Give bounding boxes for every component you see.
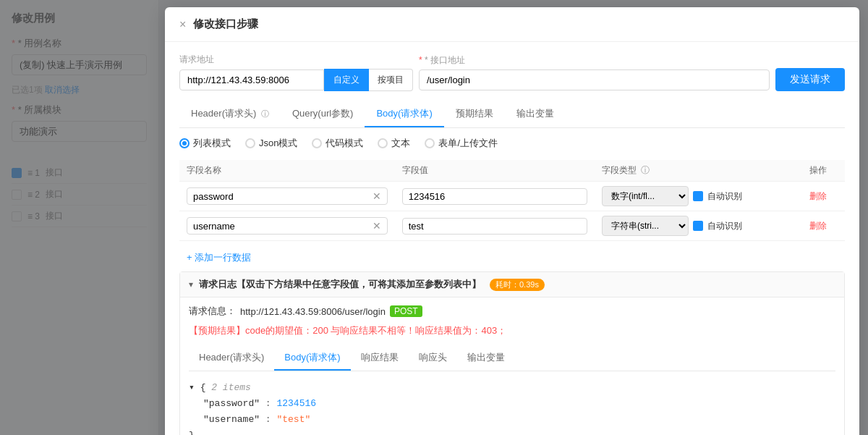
param-field-name-cell-username: ✕ (179, 211, 395, 241)
radio-code-mode[interactable]: 代码模式 (312, 137, 363, 150)
params-table: 字段名称 字段值 字段类型 ⓘ 操作 (179, 160, 845, 241)
modal-dialog: × 修改接口步骤 请求地址 自定义 按项目 * * 接口地址 (165, 7, 859, 435)
param-field-value-cell-username (395, 211, 595, 241)
add-row-area: + 添加一行数据 (179, 247, 845, 269)
modal-body: 请求地址 自定义 按项目 * * 接口地址 发送请求 (165, 42, 859, 435)
tab-output[interactable]: 输出变量 (505, 101, 566, 127)
top-tabs: Header(请求头) ⓘ Query(url参数) Body(请求体) 预期结… (179, 101, 845, 128)
auto-detect-checkbox-password[interactable] (693, 191, 703, 201)
bottom-tabs: Header(请求头) Body(请求体) 响应结果 响应头 输出变量 (189, 346, 835, 371)
tab-expected[interactable]: 预期结果 (444, 101, 505, 127)
tab-body[interactable]: Body(请求体) (365, 101, 443, 127)
project-button[interactable]: 按项目 (369, 69, 413, 91)
modal-title: 修改接口步骤 (193, 17, 258, 31)
header-info-icon: ⓘ (261, 109, 269, 118)
col-field-value: 字段值 (395, 160, 595, 182)
log-section: ▾ 请求日志【双击下方结果中任意字段值，可将其添加至参数列表中】 耗时：0.39… (179, 271, 845, 435)
log-body: 请求信息： http://121.43.43.59:8006/user/logi… (180, 297, 844, 435)
error-message: 【预期结果】code的期望值：200 与响应结果不相等！响应结果值为：403； (189, 324, 835, 339)
modal-header: × 修改接口步骤 (165, 7, 859, 42)
interface-address-label: * * 接口地址 (419, 54, 770, 67)
param-field-value-cell (395, 182, 595, 211)
field-value-wrap-username (402, 218, 587, 235)
base-url-group: 请求地址 自定义 按项目 (179, 54, 413, 91)
col-field-type: 字段类型 ⓘ (595, 160, 802, 182)
method-badge: POST (390, 305, 422, 317)
path-input[interactable] (419, 69, 770, 90)
tab-header[interactable]: Header(请求头) ⓘ (179, 101, 281, 127)
param-field-type-cell-username: 字符串(stri... 自动识别 (595, 211, 802, 241)
field-type-select-password[interactable]: 数字(int/fl... (602, 186, 689, 206)
tab-bottom-body[interactable]: Body(请求体) (274, 346, 350, 371)
field-type-select-username[interactable]: 字符串(stri... (602, 216, 689, 236)
base-url-input[interactable] (179, 69, 324, 90)
json-line-username[interactable]: "username" : "test" (189, 412, 835, 428)
collapse-icon: ▾ (189, 279, 193, 290)
param-field-type-cell: 数字(int/fl... 自动识别 (595, 182, 802, 211)
radio-json-circle (245, 138, 255, 148)
log-request-info: 请求信息： http://121.43.43.59:8006/user/logi… (189, 305, 835, 318)
param-field-name-cell: ✕ (179, 182, 395, 211)
log-header[interactable]: ▾ 请求日志【双击下方结果中任意字段值，可将其添加至参数列表中】 耗时：0.39… (180, 272, 844, 297)
field-value-input-password[interactable] (409, 191, 581, 202)
json-line-close: } (189, 428, 835, 435)
radio-text-circle (378, 138, 388, 148)
radio-json-mode[interactable]: Json模式 (245, 137, 297, 150)
json-line-open: ▾ { 2 items (189, 380, 835, 396)
radio-list-mode[interactable]: 列表模式 (179, 137, 231, 150)
tab-bottom-response-header[interactable]: 响应头 (409, 346, 457, 371)
tab-bottom-header[interactable]: Header(请求头) (189, 346, 274, 371)
url-row: 请求地址 自定义 按项目 * * 接口地址 发送请求 (179, 54, 845, 91)
send-request-button[interactable]: 发送请求 (775, 68, 845, 91)
send-btn-wrap: 发送请求 (775, 54, 845, 91)
body-mode-group: 列表模式 Json模式 代码模式 文本 表单/上传文件 (179, 137, 845, 150)
add-row-button[interactable]: + 添加一行数据 (179, 247, 258, 269)
auto-detect-checkbox-username[interactable] (693, 221, 703, 231)
field-name-wrap: ✕ (187, 187, 388, 205)
radio-text-mode[interactable]: 文本 (378, 137, 410, 150)
field-value-input-username[interactable] (409, 221, 581, 232)
json-line-password[interactable]: "password" : 1234516 (189, 396, 835, 412)
json-display: ▾ { 2 items "password" : 1234516 "userna… (189, 377, 835, 435)
radio-form-circle (425, 138, 435, 148)
tab-bottom-output[interactable]: 输出变量 (457, 346, 515, 371)
field-name-input-username[interactable] (193, 221, 370, 232)
param-row-password: ✕ 数字(int/fl... (179, 182, 845, 211)
field-type-icon: ⓘ (641, 165, 650, 175)
base-url-inline: 自定义 按项目 (179, 69, 413, 91)
log-title: 请求日志【双击下方结果中任意字段值，可将其添加至参数列表中】 (199, 278, 481, 291)
delete-password-btn[interactable]: 删除 (809, 191, 827, 201)
param-action-cell-username: 删除 (802, 211, 845, 241)
auto-detect-wrap-password: 自动识别 (693, 190, 742, 203)
modal-close-button[interactable]: × (179, 18, 186, 31)
tab-query[interactable]: Query(url参数) (281, 101, 365, 127)
field-name-input-password[interactable] (193, 191, 370, 202)
path-url-group: * * 接口地址 (419, 54, 770, 90)
auto-detect-wrap-username: 自动识别 (693, 220, 742, 232)
radio-form-mode[interactable]: 表单/上传文件 (425, 137, 498, 150)
clear-password-btn[interactable]: ✕ (373, 190, 381, 202)
field-value-wrap-password (402, 188, 587, 205)
request-address-label: 请求地址 (179, 54, 413, 66)
param-action-cell-password: 删除 (802, 182, 845, 211)
col-field-name: 字段名称 (179, 160, 395, 182)
radio-code-circle (312, 138, 322, 148)
col-action: 操作 (802, 160, 845, 182)
tab-bottom-response[interactable]: 响应结果 (351, 346, 409, 371)
custom-button[interactable]: 自定义 (324, 69, 369, 91)
param-row-username: ✕ 字符串(stri... (179, 211, 845, 241)
log-time-badge: 耗时：0.39s (490, 279, 545, 291)
field-name-wrap-username: ✕ (187, 217, 388, 235)
clear-username-btn[interactable]: ✕ (373, 220, 381, 232)
delete-username-btn[interactable]: 删除 (809, 221, 827, 231)
radio-list-circle (179, 138, 190, 148)
